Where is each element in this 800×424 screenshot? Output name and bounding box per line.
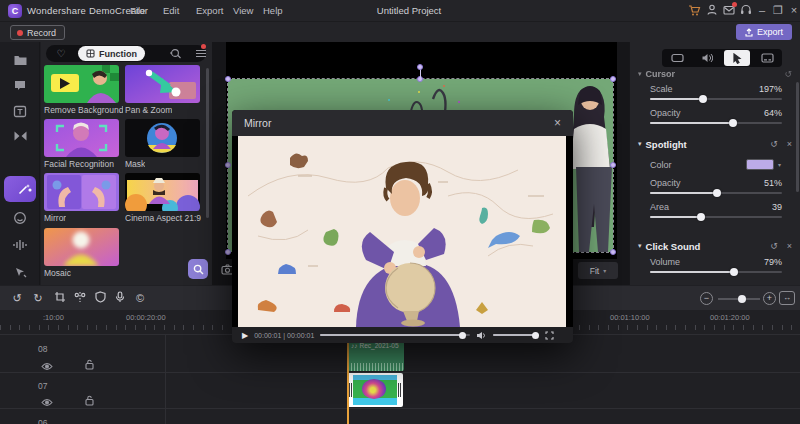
trim-handle-left[interactable] [349,383,352,397]
volume-slider[interactable] [650,271,782,273]
favorites-tab[interactable]: ♡ [46,46,76,62]
sidebar-item-effects-selected[interactable] [4,176,36,202]
volume-icon[interactable] [476,331,487,340]
export-label: Export [757,27,783,37]
sidebar-item-media[interactable] [0,48,40,72]
denoise-button[interactable] [92,291,108,306]
sidebar-item-captions[interactable] [0,73,40,97]
face-search-tab[interactable] [169,45,182,63]
remove-icon[interactable]: × [787,139,792,149]
selection-handle-br[interactable] [610,249,616,255]
store-cart-icon[interactable] [687,3,701,17]
selection-handle-tr[interactable] [610,76,616,82]
menu-view[interactable]: View [233,5,253,16]
audio-clip[interactable]: ♪♪ Rec_2021-05 [348,340,404,371]
video-clip-selected[interactable] [347,373,403,407]
track-lock-toggle[interactable] [85,356,97,366]
menu-file[interactable]: File [130,5,145,16]
messages-icon[interactable] [722,3,736,17]
sidebar-item-stickers[interactable] [0,206,40,230]
slider-knob[interactable] [730,268,738,276]
track-lock-toggle[interactable] [85,392,97,402]
effects-menu-button[interactable] [196,50,206,57]
color-picker[interactable]: ▾ [746,158,790,171]
zoom-in-button[interactable]: + [763,292,776,305]
sidebar-item-audio[interactable] [0,233,40,257]
watermark-button[interactable]: © [132,291,148,306]
maximize-button[interactable]: ❐ [771,3,785,18]
selection-handle-bl[interactable] [225,249,231,255]
selection-handle-tl[interactable] [225,76,231,82]
effect-cinema-aspect[interactable] [125,173,200,211]
export-button[interactable]: Export [736,24,792,40]
effect-mosaic[interactable] [44,228,119,266]
redo-button[interactable]: ↻ [30,291,46,306]
sidebar-item-cursor-effects[interactable] [0,260,40,284]
progress-bar[interactable] [320,334,470,336]
play-button[interactable]: ▶ [242,331,248,340]
menu-help[interactable]: Help [263,5,283,16]
effects-scrollbar[interactable] [206,68,209,218]
sidebar-item-text[interactable] [0,99,40,123]
properties-scrollbar[interactable] [796,82,799,192]
tab-audio[interactable] [694,50,720,66]
effects-search-button[interactable] [188,259,208,279]
selection-handle-mr[interactable] [610,162,616,168]
zoom-fit-dropdown[interactable]: Fit ▾ [578,262,618,279]
track-visibility-toggle[interactable] [41,393,53,403]
dialog-title-bar[interactable]: Mirror × [232,110,573,136]
click-sound-section-header[interactable]: ▾ Click Sound ↺ × [638,240,792,252]
effect-mirror[interactable] [44,173,119,211]
remove-icon[interactable]: × [787,241,792,251]
reset-icon[interactable]: ↺ [784,69,792,79]
support-icon[interactable] [739,3,753,17]
progress-knob[interactable] [459,332,466,339]
scale-slider[interactable] [650,98,782,100]
reset-icon[interactable]: ↺ [770,241,778,251]
account-icon[interactable] [705,3,719,17]
volume-bar[interactable] [493,334,539,336]
fit-timeline-button[interactable]: ↔ [779,291,795,305]
opacity-slider[interactable] [650,122,782,124]
volume-knob[interactable] [532,332,539,339]
tab-caption[interactable] [754,50,780,66]
playhead[interactable] [347,338,349,424]
tab-cursor-selected[interactable] [724,50,750,66]
spotlight-opacity-slider[interactable] [650,192,782,194]
menu-edit[interactable]: Edit [163,5,179,16]
track-visibility-toggle[interactable] [41,357,53,367]
trim-handle-right[interactable] [398,383,401,397]
undo-button[interactable]: ↺ [9,291,25,306]
color-swatch[interactable] [746,159,774,170]
area-slider[interactable] [650,216,782,218]
reset-icon[interactable]: ↺ [770,139,778,149]
effect-remove-background[interactable] [44,65,119,103]
slider-knob[interactable] [697,213,705,221]
slider-knob[interactable] [729,119,737,127]
rotation-handle[interactable] [417,64,423,70]
dialog-close-button[interactable]: × [554,116,561,130]
zoom-out-button[interactable]: − [700,292,713,305]
slider-knob[interactable] [699,95,707,103]
crop-button[interactable] [52,291,68,306]
split-button[interactable] [72,291,88,306]
video-clip-thumbnail [353,375,397,405]
record-button[interactable]: Record [10,25,65,40]
minimize-button[interactable]: – [755,3,769,18]
close-button[interactable]: × [787,3,800,18]
voiceover-button[interactable] [112,291,128,306]
fullscreen-icon[interactable] [545,331,554,340]
zoom-knob[interactable] [738,295,746,303]
tab-visual[interactable] [664,50,690,66]
effect-pan-zoom[interactable] [125,65,200,103]
cursor-section-header[interactable]: ▾ Cursor ↺ [638,68,792,80]
function-tab[interactable]: Function [78,46,145,61]
timeline-zoom-slider[interactable] [718,298,760,300]
selection-handle-ml[interactable] [225,162,231,168]
slider-knob[interactable] [713,189,721,197]
effect-facial-recognition[interactable] [44,119,119,157]
spotlight-section-header[interactable]: ▾ Spotlight ↺ × [638,138,792,150]
sidebar-item-transitions[interactable] [0,124,40,148]
menu-export[interactable]: Export [196,5,223,16]
effect-mask[interactable] [125,119,200,157]
